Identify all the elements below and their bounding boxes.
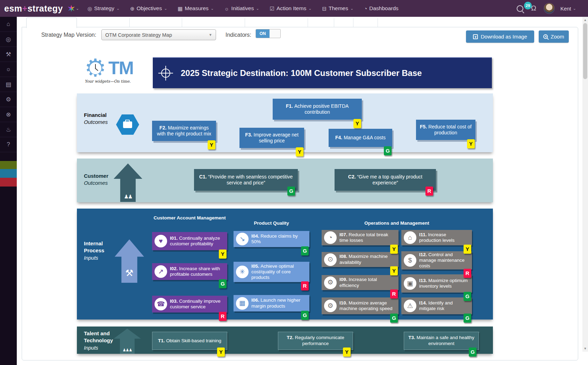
strategic-destination-banner: 2025 Strategic Destination: 100M Custome… [153, 57, 492, 88]
objective-f5[interactable]: F5. Reduce total cost of productionY [416, 120, 475, 140]
select-arrow-icon: ▼ [209, 33, 212, 37]
tab-divider [378, 18, 378, 27]
status-indicator-G: G [301, 246, 309, 255]
briefcase-hexagon-icon [116, 114, 139, 135]
objective-f3[interactable]: F3. Improve average net selling priceY [239, 128, 304, 148]
column-header-customer-account-management: Customer Account Management [152, 215, 227, 221]
sidebar-item-home[interactable]: ⌂ [0, 17, 17, 32]
objective-i07[interactable]: ◔I07. Reduce total break time lossesY [322, 230, 399, 245]
avatar[interactable] [544, 3, 555, 14]
objective-f2[interactable]: F2. Maximize earnings with the right pro… [152, 121, 216, 141]
gear-clock-icon: ⚙ [83, 55, 108, 80]
objective-i09[interactable]: ⚙I09. Increase total efficiencyR [322, 275, 399, 290]
objective-f1[interactable]: F1. Achieve positive EBITDA contribution… [273, 99, 362, 120]
indicators-label: Indicators: [225, 32, 251, 38]
sidebar-item-activity[interactable]: ♨ [0, 122, 17, 137]
perspective-label-financial: Financial Outcomes [84, 112, 115, 126]
status-indicator-G: G [469, 348, 476, 357]
objective-c2[interactable]: C2. “Give me a top quality product exper… [335, 169, 436, 191]
factory-icon: ⌂ [404, 231, 416, 244]
menu-initiatives[interactable]: ☼Initiatives⌄ [224, 5, 259, 12]
sidebar-item-reports[interactable]: ▤ [0, 77, 17, 92]
vertical-scrollbar[interactable]: ▲ ▼ [582, 17, 588, 352]
stopwatch-icon: ◔ [324, 231, 337, 244]
objective-i02[interactable]: ↗I02. Increase share with profitable cus… [152, 263, 227, 280]
sidebar-item-explore[interactable]: ◎ [0, 32, 17, 47]
tab-strategy-map[interactable] [26, 17, 77, 28]
menu-strategy[interactable]: ◎Strategy⌄ [87, 5, 120, 12]
status-indicator-G: G [464, 292, 471, 301]
status-indicator-R: R [301, 281, 309, 290]
menu-objectives[interactable]: ⊕Objectives⌄ [130, 5, 167, 12]
status-indicator-Y: Y [296, 147, 303, 156]
scrollbar-thumb[interactable] [583, 23, 587, 79]
notifications-bell[interactable]: 29 Ω [529, 4, 538, 13]
sidebar-item-help[interactable]: ? [0, 137, 17, 152]
dollar-icon: $ [404, 254, 416, 267]
status-indicator-G: G [390, 314, 398, 323]
customer-heart-icon: ♥ [155, 235, 167, 247]
perspective-label-talent-technology: Talent and Technology Inputs [84, 330, 122, 351]
status-indicator-G: G [464, 314, 471, 323]
talent-technology-perspective-band: Talent and Technology Inputs ♟♟♟ T1. Obt… [77, 327, 493, 354]
status-indicator-Y: Y [390, 245, 398, 254]
sidebar-item-settings[interactable]: ⚙ [0, 92, 17, 107]
top-navbar: esm+strategy ⌄ ◎Strategy⌄ ⊕Objectives⌄ ▦… [0, 0, 588, 17]
column-header-operations-and-management: Operations and Management [322, 220, 472, 226]
target-icon: ⊕ [130, 6, 135, 11]
search-icon[interactable] [517, 5, 523, 12]
menu-themes[interactable]: ⊟Themes⌄ [322, 5, 353, 12]
sidebar-stripe-olive [0, 161, 17, 169]
objective-i08[interactable]: ⊙I08. Maximize machine availabilityY [322, 252, 399, 267]
objective-i12[interactable]: $I12. Control and manage maintenance cos… [401, 251, 472, 269]
column-header-product-quality: Product Quality [234, 220, 309, 226]
shield-x-icon: ⊗ [6, 111, 11, 118]
tab-divider [353, 18, 353, 27]
objective-c1[interactable]: C1. “Provide me with seamless competitiv… [194, 169, 298, 191]
scroll-up-arrow-icon[interactable]: ▲ [582, 17, 588, 23]
zoom-button[interactable]: + Zoom [539, 30, 569, 43]
indicators-toggle[interactable]: ON [256, 29, 281, 38]
zoom-magnifier-icon: + [543, 34, 548, 39]
compass-icon: ◎ [6, 36, 11, 43]
status-indicator-Y: Y [390, 266, 398, 275]
objective-i06[interactable]: ▦I06. Launch new higher margin productsG [234, 295, 309, 311]
objective-t2[interactable]: T2. Regularly communicate performanceY [278, 332, 353, 350]
objective-i13[interactable]: ▣I13. Maximize optimum inventory levelsG [401, 274, 472, 293]
inventory-boxes-icon: ▣ [404, 277, 416, 290]
status-indicator-G: G [287, 187, 295, 196]
menu-dashboards[interactable]: ◔Dashboards [364, 5, 399, 12]
chevron-down-icon: ⌄ [308, 7, 311, 10]
objective-i03[interactable]: ☎I03. Continually improve customer servi… [152, 296, 227, 313]
tab-divider [334, 18, 334, 27]
flame-icon: ♨ [6, 126, 11, 133]
sidebar-item-initiatives[interactable]: ☼ [0, 62, 17, 77]
version-select[interactable]: OTM Corporate Strategy Map ▼ [101, 29, 216, 40]
lock-icon: ⚠ [404, 300, 416, 312]
objective-i04[interactable]: ↘I04. Reduce claims by 50%G [234, 231, 309, 247]
menu-action-items[interactable]: ☑Action Items⌄ [270, 5, 311, 12]
objective-i10[interactable]: ⚙I10. Maximize average machine operating… [322, 297, 399, 314]
chevron-down-icon: ⌄ [211, 7, 214, 10]
status-indicator-R: R [390, 289, 398, 299]
objective-i11[interactable]: ⌂I11. Increase production levelsY [401, 230, 472, 245]
workspace-switcher[interactable]: ⌄ [68, 5, 79, 12]
objective-t3[interactable]: T3. Maintain a safe and healthy environm… [404, 332, 479, 350]
objective-f4[interactable]: F4. Manage G&A costsG [329, 129, 392, 147]
menu-measures[interactable]: ▦Measures⌄ [178, 5, 214, 12]
status-indicator-Y: Y [343, 348, 351, 357]
checkbox-icon: ☑ [270, 6, 274, 11]
app-logo[interactable]: esm+strategy [4, 3, 63, 14]
objective-i05[interactable]: ✳I05. Achieve optimal cost/quality of co… [234, 262, 309, 282]
user-menu[interactable]: Kent⌄ [560, 6, 576, 12]
status-indicator-G: G [301, 311, 309, 320]
download-icon: ▼ [473, 34, 478, 39]
scroll-down-arrow-icon[interactable]: ▼ [582, 346, 588, 351]
sidebar-item-admin[interactable]: ⊗ [0, 107, 17, 122]
toggle-on-label: ON [256, 29, 270, 38]
objective-i01[interactable]: ♥I01. Continually analyze customer profi… [152, 232, 227, 250]
sidebar-item-tools[interactable]: ⚒ [0, 47, 17, 62]
objective-t1[interactable]: T1. Obtain Skill-based trainingY [152, 332, 227, 350]
download-as-image-button[interactable]: ▼ Download as Image [466, 30, 534, 43]
objective-i14[interactable]: ⚠I14. Identify and mitigate riskG [401, 297, 472, 314]
